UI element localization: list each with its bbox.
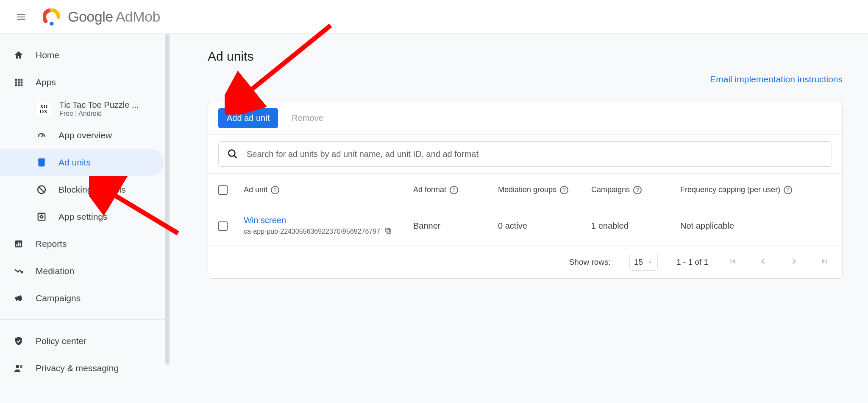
svg-rect-2 — [18, 79, 20, 81]
sidebar-item-policy[interactable]: Policy center — [0, 327, 170, 355]
svg-rect-1 — [15, 79, 17, 81]
bar-chart-icon — [14, 239, 24, 249]
sidebar-item-label: Blocking controls — [58, 185, 126, 195]
sidebar-item-label: Campaigns — [36, 293, 81, 303]
svg-rect-5 — [18, 81, 20, 84]
help-icon[interactable]: ? — [450, 186, 458, 194]
sidebar-item-privacy[interactable]: Privacy & messaging — [0, 355, 170, 382]
sidebar-item-apps[interactable]: Apps — [0, 69, 170, 96]
main-content: Ad units Email implementation instructio… — [170, 34, 868, 403]
svg-point-0 — [50, 22, 54, 25]
search-box[interactable] — [218, 141, 832, 167]
shield-icon — [14, 336, 24, 346]
admob-logo-icon — [43, 8, 60, 25]
col-freq: Frequency capping (per user) — [680, 185, 780, 194]
hamburger-icon — [16, 11, 27, 22]
sidebar-item-reports[interactable]: Reports — [0, 230, 170, 257]
svg-rect-12 — [39, 159, 45, 162]
row-checkbox[interactable] — [218, 221, 228, 231]
svg-rect-15 — [38, 213, 45, 221]
gauge-icon — [36, 130, 47, 140]
brand: Google AdMob — [43, 8, 160, 25]
page-title: Ad units — [208, 49, 843, 64]
sidebar-scrollbar[interactable] — [165, 34, 170, 365]
col-ad-unit: Ad unit — [244, 185, 267, 194]
ad-unit-name-link[interactable]: Win screen — [244, 215, 413, 225]
sidebar-item-ad-units[interactable]: Ad units — [0, 149, 164, 176]
home-icon — [14, 50, 24, 60]
table-footer: Show rows: 15 1 - 1 of 1 — [208, 246, 842, 278]
rows-per-page-select[interactable]: 15 — [629, 254, 658, 271]
cell-campaigns: 1 enabled — [591, 221, 680, 231]
search-input[interactable] — [247, 149, 823, 159]
sidebar-item-campaigns[interactable]: Campaigns — [0, 285, 170, 312]
last-page-button[interactable] — [818, 257, 830, 268]
sidebar-app-block[interactable]: XOOX Tic Tac Toe Puzzle ... Free | Andro… — [0, 96, 170, 122]
sidebar-item-app-settings[interactable]: App settings — [0, 203, 170, 230]
copy-icon[interactable] — [384, 227, 392, 236]
sidebar-item-app-overview[interactable]: App overview — [0, 122, 170, 149]
brand-google: Google — [68, 8, 113, 25]
apps-grid-icon — [14, 77, 24, 87]
sidebar-item-label: Home — [36, 50, 59, 60]
rows-value: 15 — [634, 257, 643, 267]
sidebar-divider — [0, 319, 170, 320]
svg-line-10 — [42, 134, 43, 137]
svg-point-22 — [20, 366, 22, 367]
add-ad-unit-button[interactable]: Add ad unit — [218, 108, 278, 128]
sidebar-item-label: App overview — [58, 130, 112, 140]
help-icon[interactable]: ? — [560, 186, 568, 194]
people-icon — [14, 363, 24, 373]
table-header: Ad unit? Ad format? Mediation groups? Ca… — [208, 174, 842, 206]
sidebar-item-label: Mediation — [36, 266, 74, 276]
ad-unit-id: ca-app-pub-2243055636922370/9569276797 — [244, 228, 380, 235]
show-rows-label: Show rows: — [569, 257, 611, 267]
brand-admob: AdMob — [116, 8, 160, 25]
remove-button[interactable]: Remove — [288, 108, 326, 128]
search-icon — [227, 148, 238, 160]
card-toolbar: Add ad unit Remove — [208, 102, 842, 134]
col-mediation: Mediation groups — [498, 185, 556, 194]
sidebar-item-mediation[interactable]: Mediation — [0, 257, 170, 285]
help-icon[interactable]: ? — [784, 186, 792, 194]
svg-rect-18 — [17, 244, 18, 246]
sidebar-item-label: Ad units — [58, 157, 91, 168]
help-icon[interactable]: ? — [633, 186, 642, 194]
ad-unit-icon — [36, 157, 47, 168]
sidebar-item-label: Reports — [36, 239, 67, 249]
svg-rect-9 — [21, 84, 23, 87]
svg-point-23 — [228, 150, 235, 156]
svg-rect-25 — [387, 229, 391, 233]
app-header: Google AdMob — [0, 0, 868, 34]
svg-rect-7 — [15, 84, 17, 87]
sidebar-item-blocking[interactable]: Blocking controls — [0, 176, 170, 203]
cell-freq: Not applicable — [680, 221, 832, 231]
svg-rect-19 — [18, 242, 19, 246]
ad-units-card: Add ad unit Remove Ad unit? Ad format? M… — [208, 102, 843, 279]
app-icon: XOOX — [36, 102, 51, 116]
cell-format: Banner — [413, 221, 498, 231]
svg-point-21 — [16, 365, 19, 368]
first-page-button[interactable] — [727, 257, 739, 268]
svg-point-16 — [40, 215, 43, 218]
menu-button[interactable] — [11, 7, 31, 27]
sidebar-item-label: Policy center — [36, 336, 86, 346]
svg-rect-6 — [21, 81, 23, 84]
help-icon[interactable]: ? — [271, 186, 279, 194]
svg-line-14 — [39, 187, 45, 193]
select-all-checkbox[interactable] — [218, 185, 228, 195]
svg-rect-4 — [15, 81, 17, 84]
app-name: Tic Tac Toe Puzzle ... — [59, 100, 139, 110]
dropdown-icon — [647, 259, 653, 265]
next-page-button[interactable] — [788, 257, 800, 268]
prev-page-button[interactable] — [757, 257, 769, 268]
table-row: Win screen ca-app-pub-2243055636922370/9… — [208, 206, 842, 246]
svg-line-24 — [234, 155, 237, 158]
email-instructions-link[interactable]: Email implementation instructions — [710, 74, 843, 84]
svg-rect-8 — [18, 84, 20, 87]
sidebar-item-home[interactable]: Home — [0, 42, 170, 69]
svg-rect-20 — [20, 243, 21, 246]
block-icon — [36, 185, 47, 195]
col-campaigns: Campaigns — [591, 185, 630, 194]
sidebar-item-label: App settings — [58, 212, 108, 222]
